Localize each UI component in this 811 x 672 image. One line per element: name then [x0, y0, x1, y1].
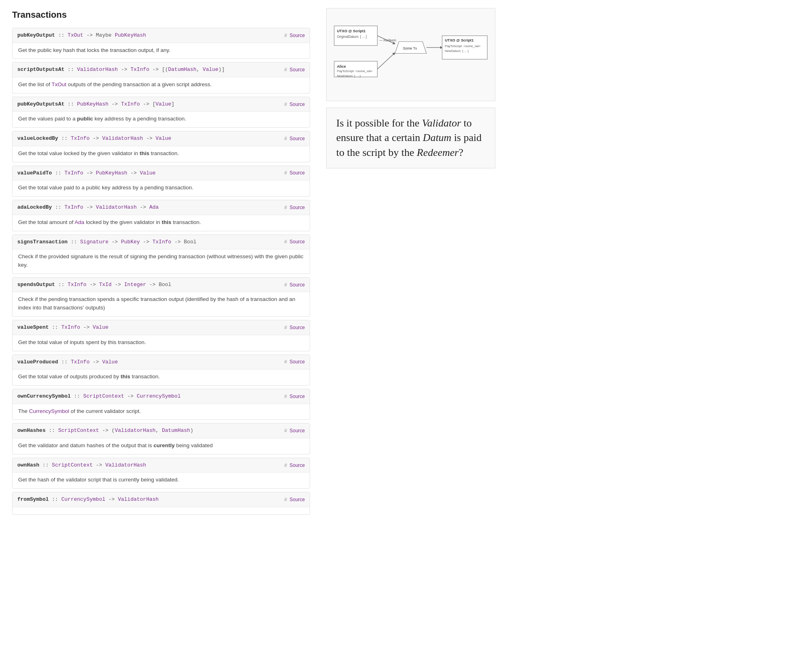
source-link-valueLockedBy[interactable]: # Source	[284, 135, 305, 142]
sig-text-spendsOutput: spendsOutput :: TxInfo -> TxId -> Intege…	[17, 281, 171, 289]
fn-name: ownHashes	[17, 427, 46, 433]
type-validatorhash[interactable]: ValidatorHash	[118, 496, 159, 502]
type-txinfo[interactable]: TxInfo	[64, 204, 83, 210]
type-value[interactable]: Value	[140, 170, 155, 176]
type-datumhash[interactable]: DatumHash	[162, 427, 190, 433]
source-link-pubKeyOutputsAt[interactable]: # Source	[284, 101, 305, 108]
diagram-svg: UTXO @ Script1 OriginalDatum: { ... } Al…	[332, 14, 489, 93]
type-value[interactable]: Value	[155, 101, 171, 107]
fn-name: valueLockedBy	[17, 135, 58, 141]
source-link-valueProduced[interactable]: # Source	[284, 358, 305, 365]
type-pubkeyhash[interactable]: PubKeyHash	[115, 32, 146, 38]
type-txinfo[interactable]: TxInfo	[153, 239, 172, 245]
svg-text:UTXO @ Script1: UTXO @ Script1	[337, 29, 366, 33]
function-desc-pubKeyOutput: Get the public key hash that locks the t…	[12, 43, 310, 59]
function-block-valueProduced: valueProduced :: TxInfo -> Value # Sourc…	[12, 355, 310, 386]
type-validatorhash[interactable]: ValidatorHash	[96, 204, 137, 210]
svg-text:Alice: Alice	[337, 64, 346, 68]
left-panel: Transactions pubKeyOutput :: TxOut -> Ma…	[12, 8, 310, 518]
type-currencysymbol[interactable]: CurrencySymbol	[137, 393, 180, 399]
type-txout[interactable]: TxOut	[68, 32, 83, 38]
type-datumhash[interactable]: DatumHash	[168, 66, 197, 73]
question-text: Is it possible for the Validator to ensu…	[336, 116, 485, 160]
type-txinfo[interactable]: TxInfo	[68, 282, 87, 288]
function-desc-signsTransaction: Check if the provided signature is the r…	[12, 249, 310, 274]
type-validatorhash[interactable]: ValidatorHash	[102, 135, 143, 141]
function-signature-scriptOutputsAt: scriptOutputsAt :: ValidatorHash -> TxIn…	[12, 62, 310, 77]
sig-text-signsTransaction: signsTransaction :: Signature -> PubKey …	[17, 238, 197, 246]
sig-text-ownHashes: ownHashes :: ScriptContext -> (Validator…	[17, 427, 193, 435]
function-block-pubKeyOutputsAt: pubKeyOutputsAt :: PubKeyHash -> TxInfo …	[12, 97, 310, 128]
source-link-scriptOutputsAt[interactable]: # Source	[284, 66, 305, 73]
type-txinfo[interactable]: TxInfo	[71, 359, 90, 365]
desc-link-ada[interactable]: Ada	[74, 219, 84, 225]
function-desc-adaLockedBy: Get the total amount of Ada locked by th…	[12, 215, 310, 231]
type-txinfo[interactable]: TxInfo	[121, 101, 140, 107]
source-link-ownCurrencySymbol[interactable]: # Source	[284, 393, 305, 400]
type-txinfo[interactable]: TxInfo	[71, 135, 90, 141]
function-block-scriptOutputsAt: scriptOutputsAt :: ValidatorHash -> TxIn…	[12, 62, 310, 93]
source-link-fromSymbol[interactable]: # Source	[284, 496, 305, 503]
fn-name: signsTransaction	[17, 239, 68, 245]
fn-name: adaLockedBy	[17, 204, 52, 210]
svg-text:UTXO @ Script1: UTXO @ Script1	[445, 38, 474, 42]
function-block-pubKeyOutput: pubKeyOutput :: TxOut -> Maybe PubKeyHas…	[12, 28, 310, 59]
function-block-valuePaidTo: valuePaidTo :: TxInfo -> PubKeyHash -> V…	[12, 166, 310, 197]
type-signature[interactable]: Signature	[80, 239, 108, 245]
sig-arrow: -> Maybe	[83, 32, 115, 38]
svg-text:OriginalDatum: { ... }: OriginalDatum: { ... }	[337, 35, 367, 39]
function-signature-spendsOutput: spendsOutput :: TxInfo -> TxId -> Intege…	[12, 278, 310, 292]
type-validatorhash[interactable]: ValidatorHash	[105, 462, 146, 468]
desc-link-txout[interactable]: TxOut	[52, 81, 66, 87]
type-value[interactable]: Value	[203, 66, 218, 73]
function-desc-valueProduced: Get the total value of outputs produced …	[12, 369, 310, 385]
type-scriptcontext[interactable]: ScriptContext	[58, 427, 99, 433]
function-signature-pubKeyOutput: pubKeyOutput :: TxOut -> Maybe PubKeyHas…	[12, 28, 310, 43]
type-value[interactable]: Value	[102, 359, 118, 365]
source-link-valueSpent[interactable]: # Source	[284, 324, 305, 331]
function-desc-fromSymbol	[12, 507, 310, 514]
type-txid[interactable]: TxId	[99, 282, 112, 288]
fn-name: pubKeyOutputsAt	[17, 101, 64, 107]
function-desc-valueLockedBy: Get the total value locked by the given …	[12, 146, 310, 162]
function-block-signsTransaction: signsTransaction :: Signature -> PubKey …	[12, 234, 310, 274]
source-link-adaLockedBy[interactable]: # Source	[284, 204, 305, 211]
type-integer[interactable]: Integer	[124, 282, 146, 288]
sig-text-adaLockedBy: adaLockedBy :: TxInfo -> ValidatorHash -…	[17, 203, 159, 212]
svg-text:— Redeem: — Redeem	[379, 39, 396, 42]
function-signature-ownHash: ownHash :: ScriptContext -> ValidatorHas…	[12, 458, 310, 473]
source-link-signsTransaction[interactable]: # Source	[284, 238, 305, 245]
type-validatorhash[interactable]: ValidatorHash	[77, 66, 118, 73]
source-link-ownHash[interactable]: # Source	[284, 462, 305, 469]
sig-text-valueLockedBy: valueLockedBy :: TxInfo -> ValidatorHash…	[17, 135, 171, 143]
fn-name: spendsOutput	[17, 282, 55, 288]
source-link-ownHashes[interactable]: # Source	[284, 427, 305, 434]
function-block-valueLockedBy: valueLockedBy :: TxInfo -> ValidatorHash…	[12, 131, 310, 162]
page-title: Transactions	[12, 8, 310, 21]
type-pubkey[interactable]: PubKey	[121, 239, 140, 245]
diagram-svg-container: UTXO @ Script1 OriginalDatum: { ... } Al…	[332, 14, 489, 95]
source-link-valuePaidTo[interactable]: # Source	[284, 169, 305, 176]
function-signature-valueLockedBy: valueLockedBy :: TxInfo -> ValidatorHash…	[12, 131, 310, 146]
type-validatorhash[interactable]: ValidatorHash	[115, 427, 155, 433]
function-desc-scriptOutputsAt: Get the list of TxOut outputs of the pen…	[12, 77, 310, 93]
desc-link-currencysymbol[interactable]: CurrencySymbol	[29, 408, 69, 414]
type-ada[interactable]: Ada	[149, 204, 159, 210]
type-currencysymbol[interactable]: CurrencySymbol	[61, 496, 105, 502]
type-txinfo[interactable]: TxInfo	[130, 66, 149, 73]
function-desc-ownHashes: Get the validator and datum hashes of th…	[12, 438, 310, 454]
type-scriptcontext[interactable]: ScriptContext	[83, 393, 124, 399]
function-desc-valueSpent: Get the total value of inputs spent by t…	[12, 335, 310, 351]
type-txinfo[interactable]: TxInfo	[64, 170, 83, 176]
source-link-pubKeyOutput[interactable]: # Source	[284, 32, 305, 39]
type-pubkeyhash[interactable]: PubKeyHash	[96, 170, 127, 176]
type-value[interactable]: Value	[155, 135, 171, 141]
function-signature-signsTransaction: signsTransaction :: Signature -> PubKey …	[12, 235, 310, 250]
type-pubkeyhash[interactable]: PubKeyHash	[77, 101, 108, 107]
fn-name: ownCurrencySymbol	[17, 393, 71, 399]
fn-name: scriptOutputsAt	[17, 66, 64, 73]
type-value[interactable]: Value	[93, 324, 108, 330]
type-scriptcontext[interactable]: ScriptContext	[52, 462, 93, 468]
source-link-spendsOutput[interactable]: # Source	[284, 281, 305, 288]
type-txinfo[interactable]: TxInfo	[61, 324, 80, 330]
